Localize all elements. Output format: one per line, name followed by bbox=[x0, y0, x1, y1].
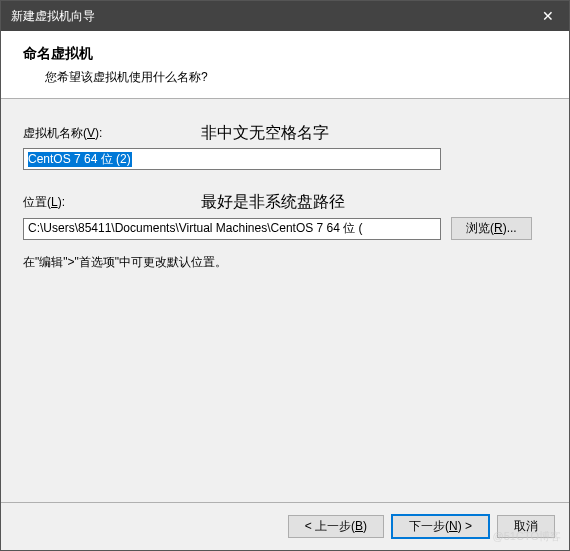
vm-name-label-row: 虚拟机名称(V): 非中文无空格名字 bbox=[23, 125, 547, 142]
location-label: 位置(L): bbox=[23, 194, 65, 211]
vm-name-annotation: 非中文无空格名字 bbox=[201, 123, 329, 144]
page-subtitle: 您希望该虚拟机使用什么名称? bbox=[45, 69, 547, 86]
window-title: 新建虚拟机向导 bbox=[11, 8, 527, 25]
wizard-body: 虚拟机名称(V): 非中文无空格名字 CentOS 7 64 位 (2) 位置(… bbox=[1, 99, 569, 502]
location-annotation: 最好是非系统盘路径 bbox=[201, 192, 345, 213]
titlebar: 新建虚拟机向导 ✕ bbox=[1, 1, 569, 31]
hint-text: 在"编辑">"首选项"中可更改默认位置。 bbox=[23, 254, 547, 271]
vm-name-label: 虚拟机名称(V): bbox=[23, 125, 102, 142]
close-button[interactable]: ✕ bbox=[527, 1, 569, 31]
cancel-button[interactable]: 取消 bbox=[497, 515, 555, 538]
location-input[interactable] bbox=[23, 218, 441, 240]
wizard-footer: < 上一步(B) 下一步(N) > 取消 @51CTO博客 bbox=[1, 502, 569, 550]
wizard-window: 新建虚拟机向导 ✕ 命名虚拟机 您希望该虚拟机使用什么名称? 虚拟机名称(V):… bbox=[0, 0, 570, 551]
vm-name-input[interactable]: CentOS 7 64 位 (2) bbox=[23, 148, 441, 170]
next-button[interactable]: 下一步(N) > bbox=[392, 515, 489, 538]
close-icon: ✕ bbox=[542, 8, 554, 24]
page-title: 命名虚拟机 bbox=[23, 45, 547, 63]
location-row: 浏览(R)... bbox=[23, 217, 547, 240]
wizard-header: 命名虚拟机 您希望该虚拟机使用什么名称? bbox=[1, 31, 569, 99]
location-label-row: 位置(L): 最好是非系统盘路径 bbox=[23, 194, 547, 211]
browse-button[interactable]: 浏览(R)... bbox=[451, 217, 532, 240]
back-button[interactable]: < 上一步(B) bbox=[288, 515, 384, 538]
